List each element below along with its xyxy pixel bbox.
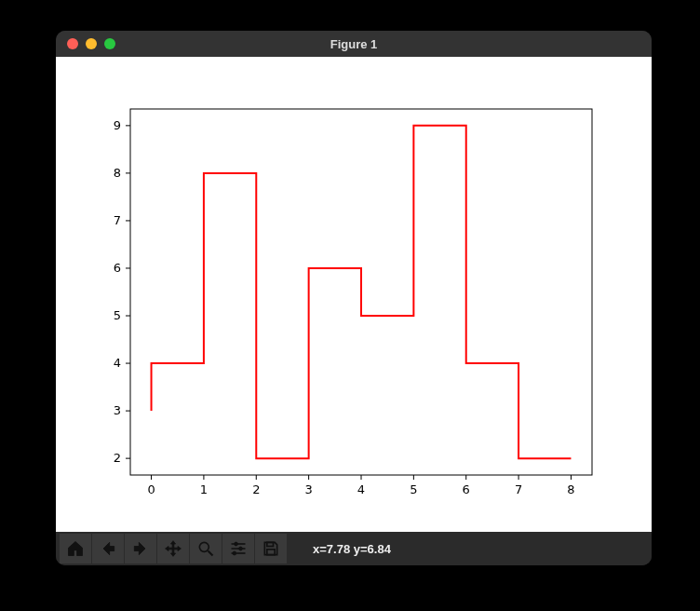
svg-text:8: 8 (114, 166, 121, 180)
pan-button[interactable] (157, 534, 189, 563)
close-icon[interactable] (67, 38, 78, 49)
svg-text:4: 4 (357, 482, 365, 496)
arrow-left-icon (99, 539, 117, 558)
svg-text:2: 2 (252, 482, 260, 496)
cursor-status: x=7.78 y=6.84 (313, 542, 391, 556)
zoom-icon[interactable] (104, 38, 115, 49)
svg-point-40 (239, 547, 243, 550)
toolbar: x=7.78 y=6.84 (56, 532, 652, 565)
svg-text:3: 3 (304, 482, 312, 496)
svg-text:5: 5 (410, 482, 417, 496)
sliders-icon (229, 539, 248, 558)
subplots-button[interactable] (222, 534, 254, 563)
plot-canvas[interactable]: 01234567823456789 (56, 57, 652, 532)
svg-text:6: 6 (114, 261, 121, 275)
home-button[interactable] (60, 534, 91, 563)
svg-text:4: 4 (114, 356, 121, 370)
back-button[interactable] (92, 534, 124, 563)
svg-text:8: 8 (567, 482, 574, 496)
figure-window: Figure 1 01234567823456789 (56, 31, 652, 565)
forward-button[interactable] (125, 534, 156, 563)
window-controls (56, 38, 115, 49)
minimize-icon[interactable] (86, 38, 97, 49)
svg-point-35 (199, 542, 209, 551)
svg-text:6: 6 (463, 482, 470, 496)
titlebar: Figure 1 (56, 31, 652, 57)
svg-rect-43 (267, 542, 274, 546)
svg-rect-44 (267, 550, 275, 555)
arrow-right-icon (131, 539, 150, 558)
window-title: Figure 1 (56, 37, 652, 51)
zoom-button[interactable] (190, 534, 222, 563)
svg-point-38 (235, 542, 238, 546)
svg-line-36 (209, 551, 213, 556)
svg-point-42 (233, 551, 236, 555)
move-icon (164, 539, 182, 558)
svg-text:9: 9 (114, 118, 121, 132)
svg-text:7: 7 (515, 482, 522, 496)
svg-text:3: 3 (114, 403, 121, 417)
svg-text:1: 1 (200, 482, 208, 496)
svg-text:0: 0 (147, 482, 155, 496)
magnify-icon (196, 539, 215, 558)
chart: 01234567823456789 (56, 57, 652, 532)
svg-text:2: 2 (114, 451, 121, 465)
svg-text:5: 5 (114, 308, 121, 322)
save-button[interactable] (255, 534, 287, 563)
home-icon (66, 539, 85, 558)
save-icon (262, 539, 280, 558)
svg-text:7: 7 (114, 213, 121, 227)
